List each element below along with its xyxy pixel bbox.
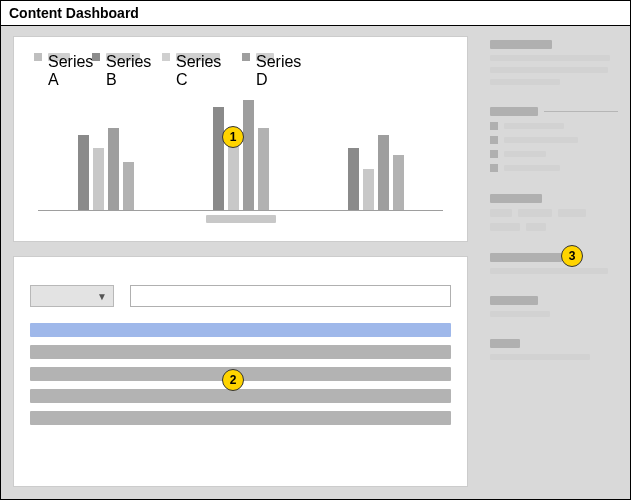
bar[interactable] (243, 100, 254, 210)
tag-pill[interactable] (490, 223, 520, 231)
side-text (490, 67, 608, 73)
side-kv[interactable] (490, 122, 618, 130)
bar[interactable] (123, 162, 134, 210)
bar[interactable] (363, 169, 374, 210)
side-text (490, 79, 560, 85)
side-block-footer (490, 339, 618, 360)
bar[interactable] (258, 128, 269, 210)
legend-item[interactable]: Series B (92, 53, 140, 61)
side-block-meta (490, 296, 618, 317)
side-kv[interactable] (490, 136, 618, 144)
bar[interactable] (78, 135, 89, 210)
table-row[interactable] (30, 411, 451, 425)
main-column: Series A Series B Series C Series D (1, 26, 480, 499)
window-title: Content Dashboard (1, 1, 630, 26)
tag-pill[interactable] (526, 223, 546, 231)
side-heading (490, 194, 542, 203)
divider (544, 111, 618, 112)
bar[interactable] (93, 148, 104, 210)
bar-group (336, 73, 416, 210)
side-heading (490, 253, 562, 262)
side-text (490, 268, 608, 274)
table-row[interactable] (30, 389, 451, 403)
bar[interactable] (378, 135, 389, 210)
bar[interactable] (348, 148, 359, 210)
tag-pill[interactable] (558, 209, 586, 217)
legend-label: Series B (106, 53, 140, 61)
legend-swatch-icon (92, 53, 100, 61)
tag-pill[interactable] (490, 209, 512, 217)
x-axis (38, 210, 443, 211)
side-heading (490, 107, 538, 116)
square-icon (490, 122, 498, 130)
table-row[interactable] (30, 323, 451, 337)
side-block-legend (490, 107, 618, 172)
bar[interactable] (393, 155, 404, 210)
callout-marker-3: 3 (561, 245, 583, 267)
side-block-summary (490, 40, 618, 85)
sidebar (480, 26, 630, 499)
chevron-down-icon: ▼ (97, 291, 107, 302)
search-input[interactable] (130, 285, 451, 307)
filter-dropdown[interactable]: ▼ (30, 285, 114, 307)
side-heading (490, 296, 538, 305)
side-block-note (490, 253, 618, 274)
legend-swatch-icon (242, 53, 250, 61)
x-tick-labels (38, 215, 443, 233)
list-controls: ▼ (30, 285, 451, 307)
square-icon (490, 136, 498, 144)
side-kv[interactable] (490, 164, 618, 172)
side-heading (490, 40, 552, 49)
bar-group (66, 73, 146, 210)
body: Series A Series B Series C Series D (1, 26, 630, 499)
side-text (490, 311, 550, 317)
side-text (504, 137, 578, 143)
x-tick-label (206, 215, 276, 223)
side-text (504, 123, 564, 129)
legend-item[interactable]: Series D (242, 53, 274, 61)
window: Content Dashboard Series A Series B (0, 0, 631, 500)
legend-item[interactable]: Series C (162, 53, 220, 61)
bar[interactable] (213, 107, 224, 210)
chart-area (38, 73, 443, 233)
side-text (504, 151, 546, 157)
side-heading (490, 339, 520, 348)
side-text (490, 354, 590, 360)
legend-swatch-icon (162, 53, 170, 61)
tag-pill[interactable] (518, 209, 552, 217)
side-kv[interactable] (490, 150, 618, 158)
callout-marker-1: 1 (222, 126, 244, 148)
table-row[interactable] (30, 345, 451, 359)
legend-item[interactable]: Series A (34, 53, 70, 61)
legend-label: Series A (48, 53, 70, 61)
square-icon (490, 150, 498, 158)
legend-label: Series D (256, 53, 274, 61)
legend-label: Series C (176, 53, 220, 61)
chart-legend: Series A Series B Series C Series D (28, 51, 453, 67)
side-text (490, 55, 610, 61)
side-text (504, 165, 560, 171)
side-block-tags (490, 194, 618, 231)
callout-marker-2: 2 (222, 369, 244, 391)
legend-swatch-icon (34, 53, 42, 61)
square-icon (490, 164, 498, 172)
bar[interactable] (108, 128, 119, 210)
